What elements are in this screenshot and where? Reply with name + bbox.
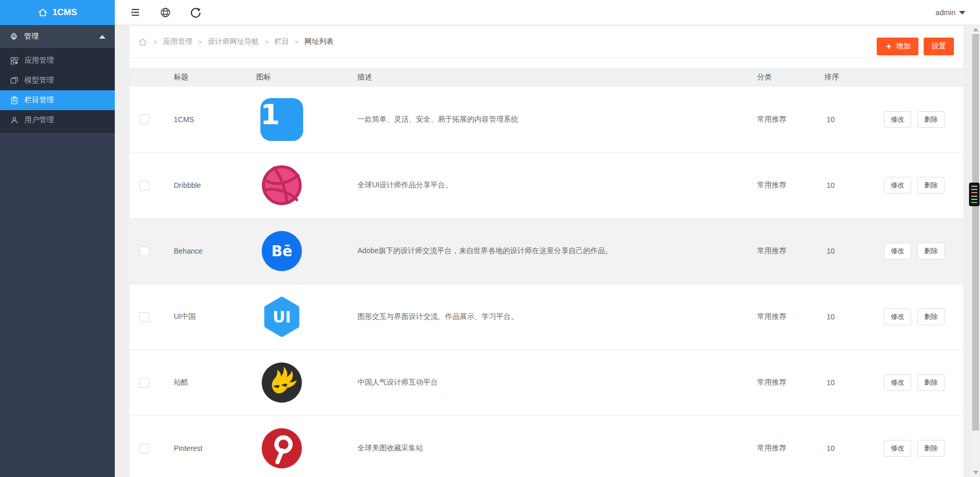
- table-row: Behance Bē Adobe旗下的设计师交流平台，来自世界各地的设计师在这里…: [129, 218, 963, 284]
- row-description: 一款简单、灵活、安全、易于拓展的内容管理系统: [357, 87, 752, 152]
- row-category: 常用推荐: [752, 152, 815, 218]
- sidebar-group-label: 管理: [24, 32, 39, 41]
- delete-button[interactable]: 删除: [917, 374, 945, 391]
- edit-button[interactable]: 修改: [884, 440, 911, 457]
- edit-button[interactable]: 修改: [884, 177, 911, 194]
- sidebar-item-users[interactable]: 用户管理: [0, 110, 115, 130]
- model-icon: [10, 76, 19, 85]
- edit-button[interactable]: 修改: [884, 308, 911, 325]
- row-title: 站酷: [162, 350, 243, 415]
- breadcrumb: > 应用管理 > 设计师网址导航 > 栏目 > 网址列表: [138, 37, 333, 47]
- breadcrumb-item[interactable]: 应用管理: [163, 37, 193, 46]
- chevron-up-icon: [99, 35, 105, 39]
- home-icon[interactable]: [138, 37, 148, 47]
- scrollbar-down-arrow[interactable]: [973, 471, 978, 474]
- app-logo[interactable]: 1CMS: [0, 0, 115, 25]
- refresh-icon[interactable]: [190, 7, 201, 18]
- row-description: 中国人气设计师互动平台: [357, 350, 752, 415]
- sidebar-item-columns[interactable]: 栏目管理: [0, 90, 115, 110]
- row-title: UI中国: [162, 284, 243, 350]
- collapse-sidebar-icon[interactable]: [129, 7, 141, 18]
- row-category: 常用推荐: [752, 415, 815, 477]
- breadcrumb-separator: >: [295, 38, 299, 46]
- home-icon: [38, 7, 48, 18]
- row-checkbox[interactable]: [139, 312, 149, 322]
- breadcrumb-separator: >: [153, 38, 158, 46]
- scrollbar-up-arrow[interactable]: [973, 28, 978, 31]
- sidebar-item-label: 栏目管理: [25, 96, 54, 105]
- row-category: 常用推荐: [752, 284, 815, 350]
- column-icon: [10, 96, 19, 105]
- table-row: 1CMS 1 一款简单、灵活、安全、易于拓展的内容管理系统 常用推荐 10 修改…: [129, 87, 963, 152]
- url-list-table: 标题 图标 描述 分类 排序 1CMS 1 一款简单、灵活、安全、易于拓展的内容…: [129, 68, 963, 477]
- row-category: 常用推荐: [752, 350, 815, 415]
- delete-button[interactable]: 删除: [917, 440, 945, 457]
- row-order: 10: [815, 284, 875, 350]
- scrollbar-thumb[interactable]: [972, 34, 979, 431]
- apps-icon: [10, 56, 19, 65]
- sidebar-item-label: 应用管理: [25, 56, 54, 65]
- row-title: Behance: [162, 218, 243, 284]
- scroll-minimap-widget[interactable]: [969, 183, 979, 206]
- delete-button[interactable]: 删除: [917, 111, 945, 128]
- row-order: 10: [815, 152, 875, 218]
- row-checkbox[interactable]: [139, 246, 149, 256]
- breadcrumb-item[interactable]: 设计师网址导航: [208, 37, 259, 46]
- globe-icon[interactable]: [160, 7, 171, 18]
- behance-icon: Bē: [260, 230, 303, 272]
- breadcrumb-separator: >: [265, 38, 269, 46]
- row-description: 图形交互与界面设计交流、作品展示、学习平台。: [357, 284, 752, 350]
- row-description: 全球UI设计师作品分享平台。: [357, 152, 752, 218]
- row-checkbox[interactable]: [139, 114, 149, 124]
- vertical-scrollbar[interactable]: [971, 25, 980, 477]
- row-title: Dribbble: [162, 152, 243, 218]
- header-icon: 图标: [243, 68, 357, 87]
- row-checkbox[interactable]: [139, 378, 149, 388]
- username: admin: [936, 8, 955, 17]
- sidebar-item-apps[interactable]: 应用管理: [0, 51, 115, 70]
- row-description: 全球美图收藏采集站: [357, 415, 752, 477]
- svg-text:Bē: Bē: [271, 243, 292, 260]
- settings-button[interactable]: 设置: [924, 38, 954, 55]
- delete-button[interactable]: 删除: [917, 308, 945, 325]
- breadcrumb-item[interactable]: 栏目: [274, 37, 289, 46]
- user-menu[interactable]: admin: [936, 0, 965, 25]
- table-row: Dribbble 全球UI设计师作品分享平台。 常用推荐 10 修改 删除: [129, 152, 963, 218]
- header-title: 标题: [162, 68, 243, 87]
- sidebar-submenu: 应用管理 模型管理 栏目管理: [0, 48, 115, 133]
- table-row: 站酷 中国人气设计师互动平台 常用推荐 10 修改 删除: [129, 350, 963, 415]
- edit-button[interactable]: 修改: [884, 111, 911, 128]
- row-order: 10: [815, 87, 875, 152]
- row-category: 常用推荐: [752, 218, 815, 284]
- row-category: 常用推荐: [752, 87, 815, 152]
- uichina-icon: UI: [260, 295, 303, 338]
- row-order: 10: [815, 350, 875, 415]
- row-checkbox[interactable]: [139, 444, 149, 454]
- sidebar-group-manage[interactable]: 管理: [0, 25, 115, 48]
- sidebar-item-label: 用户管理: [25, 115, 54, 125]
- sidebar: 1CMS 管理 应用管理: [0, 0, 115, 477]
- delete-button[interactable]: 删除: [917, 177, 945, 194]
- row-title: 1CMS: [162, 87, 243, 152]
- pinterest-icon: [260, 427, 303, 470]
- row-checkbox[interactable]: [139, 181, 149, 190]
- row-title: Pinterest: [162, 415, 243, 477]
- breadcrumb-bar: > 应用管理 > 设计师网址导航 > 栏目 > 网址列表 ＋ 增加 设置: [129, 26, 963, 58]
- row-order: 10: [815, 415, 875, 477]
- header-category: 分类: [752, 68, 815, 87]
- dribbble-icon: [260, 164, 303, 207]
- edit-button[interactable]: 修改: [884, 243, 911, 259]
- add-button[interactable]: ＋ 增加: [877, 38, 918, 55]
- sidebar-item-models[interactable]: 模型管理: [0, 70, 115, 90]
- sidebar-item-label: 模型管理: [25, 76, 54, 85]
- user-icon: [10, 116, 19, 125]
- header-checkbox-col: [129, 68, 162, 87]
- header-order: 排序: [815, 68, 875, 87]
- topbar: admin: [115, 0, 980, 25]
- onecms-icon: 1: [260, 98, 303, 141]
- svg-text:UI: UI: [273, 308, 291, 326]
- edit-button[interactable]: 修改: [884, 374, 911, 391]
- row-order: 10: [815, 218, 875, 284]
- delete-button[interactable]: 删除: [917, 243, 945, 259]
- row-description: Adobe旗下的设计师交流平台，来自世界各地的设计师在这里分享自己的作品。: [357, 218, 752, 284]
